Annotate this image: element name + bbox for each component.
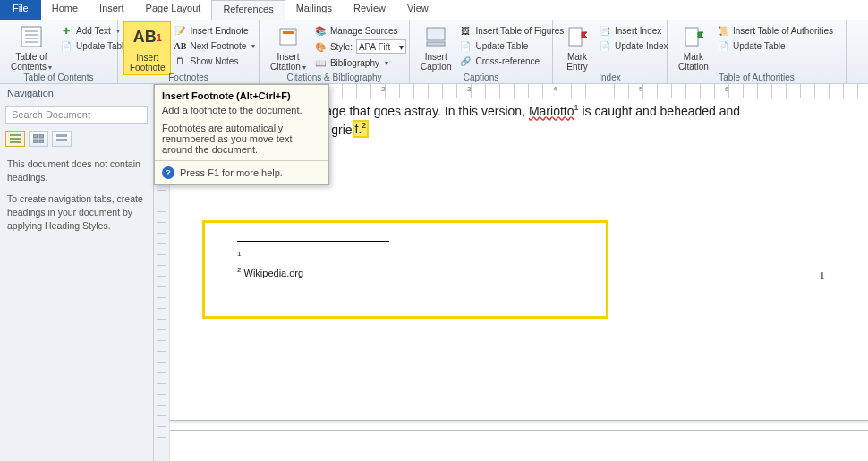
svg-rect-18 — [56, 134, 67, 137]
svg-rect-12 — [10, 138, 21, 140]
tooltip-title: Insert Footnote (Alt+Ctrl+F) — [155, 85, 328, 103]
nav-no-headings-message: This document does not contain headings. — [7, 158, 146, 184]
nav-hint-message: To create navigation tabs, create headin… — [7, 192, 146, 232]
help-icon: ? — [162, 166, 174, 179]
update-icon: 📄 — [459, 39, 472, 52]
svg-rect-13 — [10, 141, 21, 143]
group-label: Captions — [410, 73, 552, 82]
tab-file[interactable]: File — [0, 0, 41, 20]
navigation-title: Navigation — [0, 84, 153, 102]
mark-entry-icon — [564, 23, 591, 50]
toa-icon: 📜 — [717, 24, 729, 37]
svg-rect-0 — [21, 27, 41, 47]
cross-reference-button[interactable]: 🔗Cross-reference — [456, 54, 566, 68]
tooltip-description: Add a footnote to the document. — [155, 103, 328, 121]
show-notes-icon: 🗒 — [174, 55, 186, 67]
group-label: Citations & Bibliography — [260, 73, 409, 82]
next-footnote-button[interactable]: ABNext Footnote — [171, 38, 258, 53]
cross-ref-icon: 🔗 — [459, 55, 472, 67]
tof-icon: 🖼 — [459, 24, 472, 37]
update-icon: 📄 — [599, 39, 611, 52]
footnote-area-highlight: 1 2 Wikipedia.org — [202, 220, 608, 319]
tab-mailings[interactable]: Mailings — [285, 0, 343, 20]
insert-endnote-button[interactable]: 📝Insert Endnote — [171, 23, 258, 38]
svg-rect-10 — [685, 28, 698, 46]
footnote-reference-2[interactable]: f.2 — [353, 120, 370, 138]
insert-index-button[interactable]: 📑Insert Index — [596, 23, 671, 38]
mark-citation-button[interactable]: Mark Citation — [673, 21, 714, 73]
tab-home[interactable]: Home — [41, 0, 89, 20]
manage-sources-icon: 📚 — [314, 24, 327, 37]
svg-rect-15 — [39, 134, 44, 138]
insert-footnote-tooltip: Insert Footnote (Alt+Ctrl+F) Add a footn… — [154, 84, 329, 185]
citation-icon — [275, 23, 302, 50]
style-icon: 🎨 — [314, 40, 327, 53]
ribbon-tabs: File Home Insert Page Layout References … — [0, 0, 868, 20]
svg-rect-5 — [280, 29, 296, 45]
update-icon: 📄 — [60, 39, 72, 52]
next-footnote-icon: AB — [174, 39, 186, 52]
insert-toa-button[interactable]: 📜Insert Table of Authorities — [714, 23, 836, 38]
nav-tab-headings[interactable] — [5, 131, 25, 147]
footnote-icon: AB1 — [134, 24, 161, 51]
mark-entry-button[interactable]: Mark Entry — [558, 21, 596, 73]
svg-rect-14 — [33, 134, 38, 138]
svg-rect-16 — [33, 140, 38, 143]
bibliography-icon: 📖 — [314, 56, 327, 69]
group-label: Table of Contents — [0, 73, 117, 82]
svg-rect-8 — [427, 42, 445, 46]
tab-insert[interactable]: Insert — [89, 0, 135, 20]
svg-rect-17 — [39, 140, 44, 143]
search-document-input[interactable]: Search Document — [5, 106, 148, 124]
nav-tab-results[interactable] — [52, 131, 72, 147]
tab-page-layout[interactable]: Page Layout — [135, 0, 212, 20]
insert-footnote-button[interactable]: AB1 Insert Footnote — [123, 21, 171, 75]
nav-tab-pages[interactable] — [29, 131, 48, 147]
update-index-button[interactable]: 📄Update Index — [596, 38, 671, 53]
svg-rect-11 — [10, 134, 21, 136]
table-of-contents-button[interactable]: Table of Contents — [5, 21, 57, 74]
plus-icon: ✚ — [60, 24, 72, 37]
insert-index-icon: 📑 — [599, 24, 611, 37]
group-label: Footnotes — [118, 73, 259, 82]
tab-review[interactable]: Review — [343, 0, 396, 20]
show-notes-button[interactable]: 🗒Show Notes — [171, 54, 258, 68]
page-number: 1 — [820, 269, 826, 283]
footnote-1[interactable]: 1 — [237, 250, 241, 262]
mark-citation-icon — [680, 23, 707, 50]
insert-table-of-figures-button[interactable]: 🖼Insert Table of Figures — [456, 23, 566, 38]
tooltip-help: ? Press F1 for more help. — [155, 161, 328, 184]
svg-rect-6 — [283, 31, 294, 34]
update-toa-button[interactable]: 📄Update Table — [714, 38, 836, 53]
svg-rect-19 — [56, 139, 67, 141]
caption-icon — [422, 23, 449, 50]
navigation-pane: Navigation Search Document This document… — [0, 84, 154, 461]
group-label: Index — [553, 73, 667, 82]
citation-style-select[interactable]: 🎨Style: APA Fift▾ — [311, 38, 409, 55]
insert-caption-button[interactable]: Insert Caption — [415, 21, 456, 73]
tab-view[interactable]: View — [396, 0, 439, 20]
ribbon: Table of Contents ✚Add Text 📄Update Tabl… — [0, 20, 868, 84]
spelling-error[interactable]: Mariotto — [529, 104, 574, 118]
update-captions-button[interactable]: 📄Update Table — [456, 38, 566, 53]
tab-references[interactable]: References — [211, 0, 285, 20]
insert-citation-button[interactable]: Insert Citation — [265, 21, 311, 74]
manage-sources-button[interactable]: 📚Manage Sources — [311, 23, 409, 38]
footnote-separator — [237, 241, 389, 242]
svg-rect-7 — [427, 28, 445, 40]
footnote-2[interactable]: 2 Wikipedia.org — [237, 266, 303, 278]
document-page[interactable] — [170, 430, 868, 461]
group-label: Table of Authorities — [668, 73, 846, 82]
toc-icon — [18, 23, 45, 50]
bibliography-button[interactable]: 📖Bibliography — [311, 55, 409, 70]
tooltip-description: Footnotes are automatically renumbered a… — [155, 121, 328, 160]
endnote-icon: 📝 — [174, 24, 186, 37]
update-icon: 📄 — [717, 39, 729, 52]
svg-rect-9 — [569, 28, 582, 46]
